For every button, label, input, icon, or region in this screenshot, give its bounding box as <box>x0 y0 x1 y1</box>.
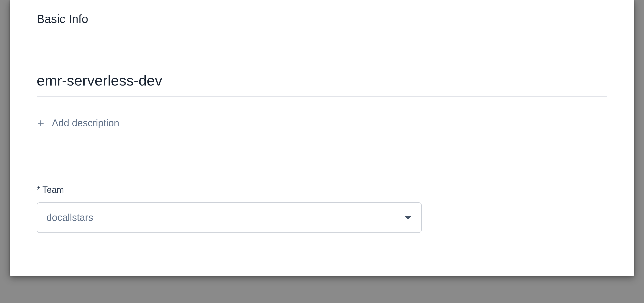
add-description-button[interactable]: Add description <box>37 118 119 129</box>
add-description-label: Add description <box>52 118 119 129</box>
section-title: Basic Info <box>37 12 607 26</box>
team-select[interactable]: docallstars <box>37 202 422 233</box>
team-select-wrapper: docallstars <box>37 202 422 233</box>
plus-icon <box>37 119 45 127</box>
team-label: * Team <box>37 185 607 195</box>
team-select-value: docallstars <box>46 212 93 223</box>
basic-info-card: Basic Info Add description * Team docall… <box>10 0 634 276</box>
name-input[interactable] <box>37 70 607 97</box>
team-field-group: * Team docallstars <box>37 185 607 233</box>
